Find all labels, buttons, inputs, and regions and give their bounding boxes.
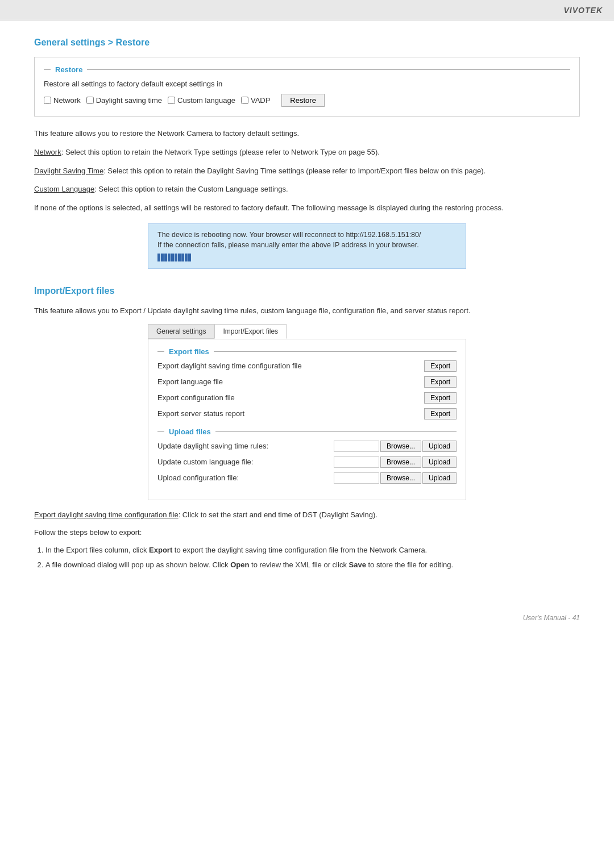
network-text: Network: Select this option to retain th…	[34, 147, 580, 159]
export-row-2: Export language file Export	[157, 376, 457, 388]
checkbox-network[interactable]: Network	[44, 96, 81, 105]
vadp-label: VADP	[251, 96, 270, 105]
browse-btn-3[interactable]: Browse...	[380, 472, 421, 484]
top-bar: VIVOTEK	[0, 0, 614, 20]
daylight-text-rest: : Select this option to retain the Dayli…	[103, 167, 486, 175]
network-term: Network	[34, 148, 61, 156]
custom-language-checkbox[interactable]	[168, 97, 175, 104]
custom-language-label: Custom language	[177, 96, 235, 105]
steps-list: In the Export files column, click Export…	[45, 544, 580, 571]
upload-row-2: Update custom language file: Browse... U…	[157, 456, 457, 468]
step-1: In the Export files column, click Export…	[45, 544, 580, 556]
progress-seg-4	[168, 254, 171, 261]
export-line-right	[214, 351, 457, 352]
progress-seg-7	[178, 254, 181, 261]
upload-line-right	[215, 431, 457, 432]
export-btn-2[interactable]: Export	[424, 376, 457, 388]
tabs-row: General settings Import/Export files	[148, 324, 466, 339]
progress-seg-6	[175, 254, 177, 261]
file-input-1	[334, 441, 379, 452]
daylight-checkbox[interactable]	[86, 97, 94, 104]
export-row-1-label: Export daylight saving time configuratio…	[157, 362, 302, 370]
progress-seg-9	[185, 254, 188, 261]
file-input-3	[334, 472, 379, 484]
upload-row-1: Update daylight saving time rules: Brows…	[157, 441, 457, 452]
checkbox-custom-language[interactable]: Custom language	[168, 96, 235, 105]
network-label: Network	[53, 96, 81, 105]
import-export-intro: This feature allows you to Export / Upda…	[34, 305, 580, 317]
upload-btn-3[interactable]: Upload	[422, 472, 457, 484]
export-row-3: Export configuration file Export	[157, 392, 457, 404]
progress-seg-10	[188, 254, 191, 261]
tab-general-settings[interactable]: General settings	[148, 324, 214, 339]
header-line-left	[44, 69, 51, 70]
tab-import-export-files[interactable]: Import/Export files	[214, 324, 287, 339]
checkbox-daylight[interactable]: Daylight saving time	[86, 96, 162, 105]
export-btn-4[interactable]: Export	[424, 408, 457, 420]
custom-language-term: Custom Language	[34, 185, 94, 193]
custom-language-text-rest: : Select this option to retain the Custo…	[94, 185, 288, 193]
export-row-1: Export daylight saving time configuratio…	[157, 360, 457, 372]
export-row-4-label: Export server status report	[157, 409, 244, 418]
network-text-rest: : Select this option to retain the Netwo…	[61, 148, 380, 156]
reboot-progress-bar	[157, 254, 457, 261]
export-row-4: Export server status report Export	[157, 408, 457, 420]
upload-row-2-label: Update custom language file:	[157, 458, 253, 466]
dst-note-rest: : Click to set the start and end time of…	[179, 510, 377, 519]
upload-files-header: Upload files	[157, 427, 457, 436]
header-line-right	[87, 69, 570, 70]
daylight-text: Daylight Saving Time: Select this option…	[34, 165, 580, 177]
upload-right-3: Browse... Upload	[334, 472, 457, 484]
restore-panel: Restore Restore all settings to factory …	[34, 57, 580, 117]
export-row-2-label: Export language file	[157, 377, 223, 386]
restore-panel-title: Restore	[55, 65, 82, 74]
browse-btn-1[interactable]: Browse...	[380, 441, 421, 452]
custom-language-text: Custom Language: Select this option to r…	[34, 184, 580, 196]
restore-description: Restore all settings to factory default …	[44, 80, 570, 88]
reboot-line1: The device is rebooting now. Your browse…	[157, 231, 457, 239]
tab-panel: Export files Export daylight saving time…	[148, 339, 466, 500]
page-footer: User's Manual - 41	[0, 614, 614, 633]
follow-steps-text: Follow the steps below to export:	[34, 527, 580, 539]
upload-btn-2[interactable]: Upload	[422, 456, 457, 468]
upload-row-3-label: Upload configuration file:	[157, 474, 239, 482]
export-files-subpanel: Export files Export daylight saving time…	[157, 347, 457, 420]
export-btn-1[interactable]: Export	[424, 360, 457, 372]
upload-row-3: Upload configuration file: Browse... Upl…	[157, 472, 457, 484]
network-checkbox[interactable]	[44, 97, 51, 104]
reboot-line2: If the connection fails, please manually…	[157, 241, 457, 249]
browse-btn-2[interactable]: Browse...	[380, 456, 421, 468]
brand-label: VIVOTEK	[564, 6, 603, 15]
reboot-message-box: The device is rebooting now. Your browse…	[148, 223, 466, 269]
page-title: General settings > Restore	[34, 38, 580, 48]
checkbox-vadp[interactable]: VADP	[241, 96, 270, 105]
export-row-3-label: Export configuration file	[157, 393, 235, 402]
daylight-term: Daylight Saving Time	[34, 167, 103, 175]
export-files-title: Export files	[169, 347, 209, 356]
upload-files-subpanel: Upload files Update daylight saving time…	[157, 427, 457, 484]
upload-btn-1[interactable]: Upload	[422, 441, 457, 452]
progress-seg-2	[161, 254, 164, 261]
step-2: A file download dialog will pop up as sh…	[45, 559, 580, 571]
progress-seg-5	[171, 254, 174, 261]
upload-files-title: Upload files	[169, 427, 211, 436]
upload-line-left	[157, 431, 164, 432]
export-line-left	[157, 351, 164, 352]
file-input-2	[334, 456, 379, 468]
progress-seg-3	[164, 254, 167, 261]
restore-button[interactable]: Restore	[281, 94, 325, 107]
main-content: General settings > Restore Restore Resto…	[0, 20, 614, 597]
export-btn-3[interactable]: Export	[424, 392, 457, 404]
dst-footer-note: Export daylight saving time configuratio…	[34, 509, 580, 521]
intro-text: This feature allows you to restore the N…	[34, 128, 580, 140]
tabs-container: General settings Import/Export files Exp…	[148, 324, 466, 500]
upload-right-1: Browse... Upload	[334, 441, 457, 452]
vadp-checkbox[interactable]	[241, 97, 248, 104]
upload-row-1-label: Update daylight saving time rules:	[157, 442, 268, 450]
import-export-section: Import/Export files This feature allows …	[34, 286, 580, 572]
daylight-label: Daylight saving time	[96, 96, 162, 105]
checkbox-row: Network Daylight saving time Custom lang…	[44, 94, 570, 107]
progress-seg-8	[181, 254, 184, 261]
none-selected-text: If none of the options is selected, all …	[34, 202, 580, 214]
progress-seg-1	[157, 254, 160, 261]
